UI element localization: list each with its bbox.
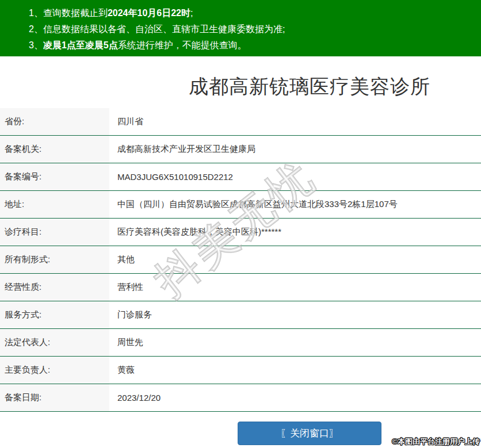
row-value: MAD3JUG6X51010915D2212 [109, 163, 481, 190]
notice-line-2: 2、信息数据结果以各省、自治区、直辖市卫生健康委数据为准; [29, 21, 481, 37]
row-label: 备案日期: [0, 384, 109, 411]
table-row-service-mode: 服务方式: 门诊服务 [0, 301, 481, 329]
row-value: 中国（四川）自由贸易试验区成都高新区益州大道北段333号2栋1层107号 [109, 191, 481, 218]
row-label: 备案机关: [0, 136, 109, 163]
notice-3-num: 3、 [29, 40, 43, 50]
info-table: 省份: 四川省 备案机关: 成都高新技术产业开发区卫生健康局 备案编号: MAD… [0, 108, 481, 412]
table-row-business-nature: 经营性质: 营利性 [0, 274, 481, 301]
page-title: 成都高新铳璃医疗美容诊所 [0, 71, 481, 108]
row-label: 地址: [0, 191, 109, 218]
page: 1、查询数据截止到2024年10月6日22时; 2、信息数据结果以各省、自治区、… [0, 0, 481, 445]
row-label: 经营性质: [0, 274, 109, 301]
row-label: 服务方式: [0, 301, 109, 328]
row-value: 门诊服务 [109, 301, 481, 328]
row-value: 周世先 [109, 329, 481, 356]
row-label: 省份: [0, 108, 109, 135]
table-row-ownership-form: 所有制形式: 其他 [0, 246, 481, 274]
notice-1-num: 1、 [29, 8, 43, 18]
table-row-filing-number: 备案编号: MAD3JUG6X51010915D2212 [0, 163, 481, 191]
row-label: 所有制形式: [0, 246, 109, 273]
notice-line-3: 3、凌晨1点至凌晨5点系统进行维护，不能提供查询。 [29, 37, 481, 53]
table-row-person-in-charge: 主要负责人: 黄薇 [0, 357, 481, 384]
notice-2-text: 信息数据结果以各省、自治区、直辖市卫生健康委数据为准; [43, 24, 285, 34]
row-label: 法定代表人: [0, 329, 109, 356]
table-row-medical-subjects: 诊疗科目: 医疗美容科(美容皮肤科，美容中医科)****** [0, 219, 481, 246]
notice-1-text: 查询数据截止到 [43, 8, 108, 18]
table-row-legal-representative: 法定代表人: 周世先 [0, 329, 481, 357]
notice-line-1: 1、查询数据截止到2024年10月6日22时; [29, 5, 481, 21]
table-row-province: 省份: 四川省 [0, 108, 481, 136]
row-value: 营利性 [109, 274, 481, 301]
attribution-text: ©本图由平台注册用户上传 [392, 436, 480, 447]
row-value: 其他 [109, 246, 481, 273]
table-row-filing-authority: 备案机关: 成都高新技术产业开发区卫生健康局 [0, 136, 481, 163]
notice-1-end: ; [190, 8, 193, 18]
table-row-filing-date: 备案日期: 2023/12/20 [0, 384, 481, 412]
row-label: 备案编号: [0, 163, 109, 190]
notice-banner: 1、查询数据截止到2024年10月6日22时; 2、信息数据结果以各省、自治区、… [0, 0, 481, 56]
notice-2-num: 2、 [29, 24, 43, 34]
row-value: 四川省 [109, 108, 481, 135]
row-value: 2023/12/20 [109, 384, 481, 411]
notice-3-end: 系统进行维护，不能提供查询。 [118, 40, 247, 50]
row-value: 黄薇 [109, 357, 481, 384]
row-label: 诊疗科目: [0, 219, 109, 246]
row-label: 主要负责人: [0, 357, 109, 384]
table-row-address: 地址: 中国（四川）自由贸易试验区成都高新区益州大道北段333号2栋1层107号 [0, 191, 481, 219]
close-window-button[interactable]: 〖关闭窗口〗 [238, 422, 381, 445]
row-value: 成都高新技术产业开发区卫生健康局 [109, 136, 481, 163]
row-value: 医疗美容科(美容皮肤科，美容中医科)****** [109, 219, 481, 246]
notice-1-bold: 2024年10月6日22时 [108, 8, 190, 18]
notice-3-bold: 凌晨1点至凌晨5点 [43, 40, 118, 50]
